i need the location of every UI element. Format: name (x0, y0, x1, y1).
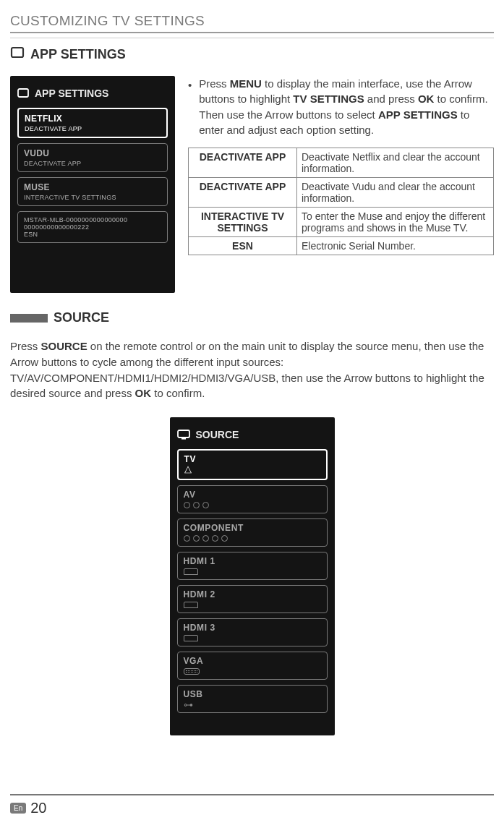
source-label: AV (184, 490, 321, 500)
source-item-av[interactable]: AV (177, 485, 328, 513)
source-label: HDMI 2 (184, 589, 321, 599)
source-item-usb[interactable]: USB ⊶ (177, 685, 328, 713)
hdmi-icon (184, 568, 198, 575)
table-row: DEACTIVATE APPDeactivate Vudu and clear … (189, 178, 494, 208)
esn-line3: ESN (24, 231, 161, 238)
settings-table: DEACTIVATE APPDeactivate Netflix and cle… (188, 148, 494, 255)
chapter-title: CUSTOMIZING TV SETTINGS (10, 13, 494, 29)
menu-item-sub: DEACTIVATE APP (25, 125, 161, 132)
hdmi-icon (184, 602, 198, 608)
app-settings-heading: APP SETTINGS (30, 47, 126, 62)
rca-icon (184, 502, 321, 508)
section-heading-app-settings: APP SETTINGS (10, 46, 494, 63)
source-label: TV (184, 454, 320, 464)
menu-item-sub: INTERACTIVE TV SETTINGS (24, 194, 161, 201)
panel-title: SOURCE (177, 429, 328, 440)
source-item-hdmi3[interactable]: HDMI 3 (177, 618, 328, 646)
panel-title: APP SETTINGS (17, 88, 168, 99)
source-item-tv[interactable]: TV ▽ (177, 449, 328, 480)
bar-icon (10, 314, 48, 323)
page-footer: En 20 (0, 794, 504, 816)
menu-item-muse[interactable]: MUSE INTERACTIVE TV SETTINGS (17, 177, 168, 206)
vga-icon (184, 668, 200, 675)
svg-rect-3 (181, 438, 186, 440)
svg-rect-2 (178, 430, 189, 438)
section-heading-source: SOURCE (10, 310, 494, 325)
menu-item-label: NETFLIX (25, 114, 161, 124)
usb-icon: ⊶ (184, 701, 193, 708)
source-item-vga[interactable]: VGA (177, 652, 328, 680)
language-badge: En (10, 803, 26, 814)
source-label: HDMI 1 (184, 556, 321, 566)
panel-title-text: APP SETTINGS (35, 88, 108, 99)
source-item-hdmi2[interactable]: HDMI 2 (177, 585, 328, 613)
menu-item-netflix[interactable]: NETFLIX DEACTIVATE APP (17, 108, 168, 138)
component-icon (184, 535, 321, 542)
menu-item-esn[interactable]: MSTAR-MLB-0000000000000000 0000000000000… (17, 211, 168, 243)
panel-title-text: SOURCE (196, 429, 239, 440)
table-row: DEACTIVATE APPDeactivate Netflix and cle… (189, 148, 494, 178)
esn-line1: MSTAR-MLB-0000000000000000 (24, 216, 161, 223)
esn-line2: 00000000000000222 (24, 223, 161, 231)
divider (10, 38, 494, 38)
table-row: INTERACTIVE TV SETTINGSTo enter the Muse… (189, 208, 494, 237)
page-number: 20 (30, 800, 46, 816)
source-paragraph: Press SOURCE on the remote control or on… (10, 338, 494, 401)
hdmi-icon (184, 635, 198, 641)
app-settings-panel: APP SETTINGS NETFLIX DEACTIVATE APP VUDU… (10, 76, 175, 293)
app-settings-description: • Press MENU to display the main interfa… (188, 76, 494, 255)
divider (10, 32, 494, 33)
instruction-text: Press MENU to display the main interface… (199, 76, 494, 137)
source-item-component[interactable]: COMPONENT (177, 518, 328, 547)
svg-rect-1 (18, 89, 28, 97)
source-heading: SOURCE (54, 310, 109, 325)
source-label: HDMI 3 (184, 623, 321, 633)
table-row: ESNElectronic Serial Number. (189, 237, 494, 255)
tv-icon (17, 88, 29, 98)
square-icon (10, 46, 25, 63)
antenna-icon: ▽ (184, 466, 192, 474)
menu-item-label: MUSE (24, 182, 161, 192)
bullet-icon: • (188, 76, 192, 137)
menu-item-vudu[interactable]: VUDU DEACTIVATE APP (17, 143, 168, 172)
monitor-icon (177, 430, 190, 440)
menu-item-sub: DEACTIVATE APP (24, 160, 161, 167)
source-label: USB (184, 689, 321, 699)
source-item-hdmi1[interactable]: HDMI 1 (177, 552, 328, 580)
menu-item-label: VUDU (24, 148, 161, 158)
svg-rect-0 (12, 48, 23, 57)
source-label: VGA (184, 656, 321, 666)
source-label: COMPONENT (184, 523, 321, 533)
source-panel: SOURCE TV ▽ AV COMPONENT HDMI 1 HDMI 2 H… (170, 417, 335, 735)
